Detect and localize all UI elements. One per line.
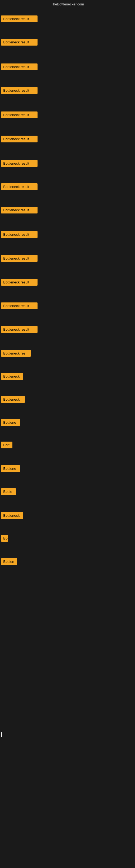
bottleneck-item[interactable]: Bottleneck result xyxy=(1,326,38,333)
bottleneck-item[interactable]: Bottleneck xyxy=(1,512,23,519)
bottleneck-item[interactable]: Bottleneck result xyxy=(1,112,38,118)
bottleneck-list: Bottleneck resultBottleneck resultBottle… xyxy=(0,0,135,868)
bottleneck-item[interactable]: Bottlene xyxy=(1,419,20,426)
bottleneck-item[interactable]: Bottle xyxy=(1,488,16,495)
bottleneck-item[interactable]: Bottleneck result xyxy=(1,39,38,45)
bottleneck-item[interactable]: Bottleneck result xyxy=(1,183,38,190)
bottleneck-item[interactable]: Bottleneck result xyxy=(1,303,38,309)
bottleneck-item[interactable]: Bottleneck r xyxy=(1,396,25,403)
bottleneck-item[interactable]: Bottleneck result xyxy=(1,16,38,22)
bottleneck-item[interactable]: Bottleneck result xyxy=(1,279,38,286)
bottleneck-item[interactable]: Bottleneck xyxy=(1,373,23,380)
bottleneck-item[interactable]: Bott xyxy=(1,442,12,448)
bottleneck-item[interactable]: Bottleneck res xyxy=(1,350,31,357)
bottleneck-item[interactable]: Bottleneck result xyxy=(1,87,38,94)
bottleneck-item[interactable]: Bottleneck result xyxy=(1,135,38,143)
bottleneck-item[interactable]: Bottlene xyxy=(1,465,20,472)
bottleneck-item[interactable]: Bottleneck result xyxy=(1,160,38,167)
bottleneck-item[interactable]: Bottleneck result xyxy=(1,63,38,70)
text-cursor xyxy=(1,733,2,737)
bottleneck-item[interactable]: Bottleneck result xyxy=(1,231,38,238)
bottleneck-item[interactable]: Bo xyxy=(1,535,8,542)
bottleneck-item[interactable]: Bottleneck result xyxy=(1,207,38,214)
bottleneck-item[interactable]: Bottlen xyxy=(1,558,17,565)
bottleneck-item[interactable]: Bottleneck result xyxy=(1,255,38,262)
